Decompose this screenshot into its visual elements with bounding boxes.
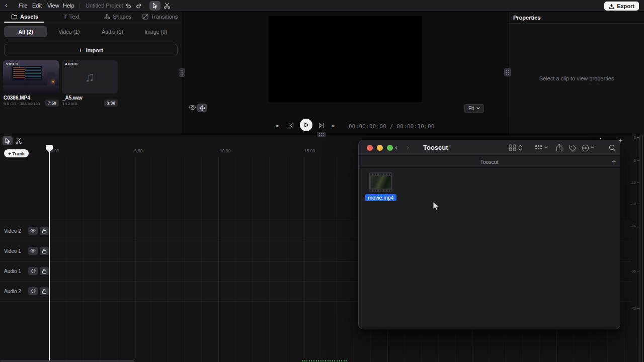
track-name: Video 1: [4, 248, 26, 254]
fit-label: Fit: [468, 106, 474, 111]
timeline-resize-handle[interactable]: [317, 132, 326, 137]
tab-text[interactable]: T Text: [63, 14, 79, 20]
audio-meter-right: [642, 135, 643, 362]
ruler-label: 5:00: [134, 148, 143, 153]
track-name: Audio 2: [4, 289, 26, 294]
more-options-button[interactable]: [582, 144, 589, 152]
asset-card-video[interactable]: VIDEO C0386.MP4 5.5 GB · 3840×2160 7:59: [3, 60, 59, 108]
finder-content[interactable]: movie.mp4: [359, 168, 620, 329]
select-tool-button[interactable]: [149, 1, 160, 11]
file-item-movie[interactable]: movie.mp4: [368, 172, 394, 201]
lock-open-icon: [42, 289, 47, 294]
meter-label: -18: [627, 202, 636, 206]
meter-label: -36: [627, 269, 636, 274]
timeline-cut-tool[interactable]: [14, 136, 24, 145]
new-tab-button[interactable]: +: [612, 158, 616, 165]
previous-frame-button[interactable]: [288, 122, 294, 129]
track-lock-button[interactable]: [40, 247, 49, 255]
tab-assets[interactable]: Assets: [11, 14, 38, 20]
duration-badge: 7:59: [45, 100, 59, 107]
import-button[interactable]: + Import: [4, 44, 178, 56]
speaker-icon: [30, 289, 36, 294]
menu-view[interactable]: View: [47, 3, 59, 9]
pan-tool-button[interactable]: [197, 104, 207, 112]
file-name-selected[interactable]: movie.mp4: [365, 194, 396, 201]
track-mute-button[interactable]: [28, 267, 38, 275]
rewind-button[interactable]: «: [275, 122, 279, 129]
track-visibility-button[interactable]: [28, 247, 38, 255]
audio-meter-left: [639, 135, 640, 362]
chevron-down-icon: [591, 146, 594, 149]
back-icon[interactable]: ‹: [5, 1, 8, 9]
plus-icon: +: [78, 46, 83, 54]
movie-file-frame: [371, 176, 391, 189]
track-visibility-button[interactable]: [28, 227, 38, 235]
fast-forward-button[interactable]: »: [331, 122, 335, 129]
undo-button[interactable]: [123, 2, 133, 10]
meter-label: -12: [627, 180, 636, 185]
duration-badge: 3:30: [104, 100, 118, 107]
maximize-icon[interactable]: [387, 145, 393, 151]
asset-card-audio[interactable]: AUDIO ♫ _A5.wav 19.2 MB 3:30: [62, 60, 118, 108]
add-track-button[interactable]: + Track: [4, 149, 29, 157]
menubar-divider: [119, 3, 119, 9]
tag-icon[interactable]: [569, 144, 577, 152]
track-header-audio-1: Audio 1: [0, 261, 49, 281]
divider: [509, 23, 644, 24]
track-lock-button[interactable]: [40, 287, 49, 295]
next-frame-button[interactable]: [318, 122, 325, 129]
track-header-audio-2: Audio 2: [0, 281, 49, 301]
finder-titlebar[interactable]: ‹ › Tooscut: [359, 140, 620, 155]
view-options-button[interactable]: [509, 144, 516, 151]
finder-tab-title[interactable]: Tooscut: [359, 159, 620, 165]
chevron-up-down-icon[interactable]: [518, 144, 522, 151]
tab-transitions[interactable]: Transitions: [142, 14, 178, 20]
left-panel-resize-handle[interactable]: [179, 68, 185, 77]
panel-tabs: Assets T Text Shapes Transitions: [0, 12, 182, 23]
video-canvas: [269, 16, 422, 102]
right-panel-resize-handle[interactable]: [504, 68, 511, 76]
export-button[interactable]: Export: [604, 2, 639, 11]
redo-button[interactable]: [134, 2, 144, 10]
music-note-icon: ♫: [85, 69, 95, 85]
transitions-icon: [142, 14, 148, 20]
track-mute-button[interactable]: [28, 287, 38, 295]
filter-video[interactable]: Video (1): [47, 26, 91, 37]
status-dot: [600, 138, 601, 139]
preview-visibility-button[interactable]: [189, 105, 196, 110]
export-label: Export: [617, 3, 634, 9]
speaker-icon: [30, 268, 36, 274]
waveform-minimap: [302, 360, 348, 362]
asset-type-badge: AUDIO: [65, 62, 78, 66]
close-icon[interactable]: [367, 145, 373, 151]
zoom-fit-dropdown[interactable]: Fit: [464, 104, 484, 113]
menu-file[interactable]: File: [19, 3, 28, 9]
track-lock-button[interactable]: [40, 267, 49, 275]
tab-shapes[interactable]: Shapes: [104, 14, 131, 20]
finder-window-title: Tooscut: [423, 144, 448, 151]
finder-window[interactable]: ‹ › Tooscut Tooscut + movie.mp4: [358, 140, 620, 329]
filter-audio[interactable]: Audio (1): [91, 26, 134, 37]
share-icon[interactable]: [556, 144, 562, 152]
minimize-icon[interactable]: [377, 145, 383, 151]
filter-all[interactable]: All (2): [4, 26, 47, 37]
asset-type-badge: VIDEO: [6, 62, 19, 66]
cut-tool-button[interactable]: [162, 2, 172, 10]
assets-panel: All (2) Video (1) Audio (1) Image (0) + …: [0, 23, 182, 135]
group-by-button[interactable]: [535, 145, 542, 151]
scissors-icon: [15, 138, 22, 144]
track-lock-button[interactable]: [40, 227, 49, 235]
finder-back-button[interactable]: ‹: [395, 143, 397, 151]
asset-name: C0386.MP4: [4, 95, 30, 101]
menu-edit[interactable]: Edit: [32, 3, 42, 9]
chevron-down-icon: [544, 146, 548, 149]
timeline-select-tool[interactable]: [3, 136, 13, 145]
tab-shapes-label: Shapes: [113, 14, 131, 20]
finder-forward-button[interactable]: ›: [407, 143, 409, 151]
play-button[interactable]: [300, 119, 312, 131]
thumbnail-desk: [3, 85, 59, 94]
filter-image[interactable]: Image (0): [134, 26, 178, 37]
menu-help[interactable]: Help: [63, 3, 74, 9]
search-icon[interactable]: [609, 144, 616, 151]
timeline-scrollbar[interactable]: [0, 360, 134, 362]
